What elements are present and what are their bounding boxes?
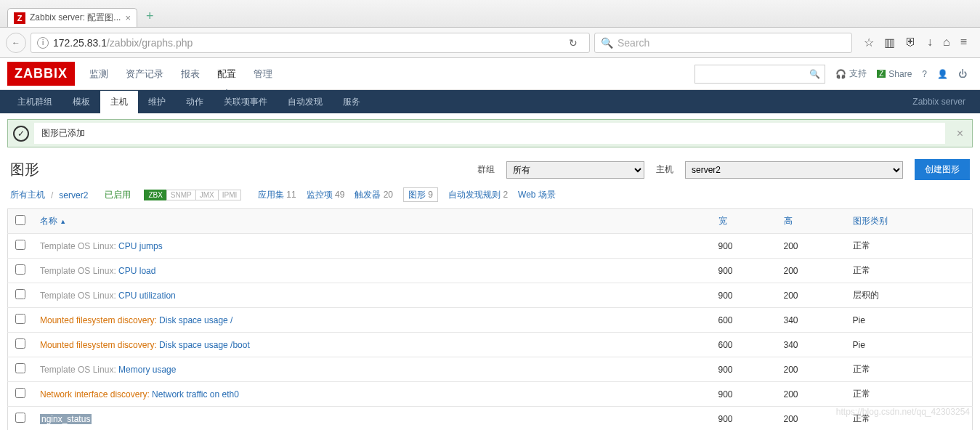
browser-search[interactable]: 🔍 Search [594, 33, 852, 53]
filter-link[interactable]: 应用集 [258, 190, 284, 200]
select-all-checkbox[interactable] [15, 215, 25, 225]
info-icon[interactable]: i [37, 37, 49, 49]
zabbix-search-input[interactable]: 🔍 [694, 65, 825, 84]
filter-link[interactable]: 触发器 [355, 190, 381, 200]
downloads-icon[interactable]: ↓ [927, 36, 933, 49]
row-checkbox[interactable] [15, 240, 25, 250]
server-name: Zabbix server [912, 97, 973, 107]
subnav-1[interactable]: 模板 [62, 91, 100, 113]
table-row: Network interface discovery: Network tra… [8, 382, 973, 407]
graph-link[interactable]: Disk space usage /boot [159, 340, 250, 350]
back-button[interactable]: ← [6, 33, 26, 53]
subnav-2[interactable]: 主机 [100, 91, 138, 113]
table-row: Template OS Linux: CPU load900200正常 [8, 259, 973, 283]
col-height[interactable]: 高 [777, 209, 846, 234]
close-icon[interactable]: × [125, 12, 131, 23]
new-tab-button[interactable]: + [140, 6, 160, 27]
row-checkbox[interactable] [15, 363, 25, 373]
host-link[interactable]: server2 [59, 190, 88, 200]
subnav-6[interactable]: 自动发现 [278, 91, 333, 113]
check-icon: ✓ [8, 125, 34, 142]
row-checkbox[interactable] [15, 314, 25, 324]
row-checkbox[interactable] [15, 338, 25, 349]
subnav-4[interactable]: 动作 [176, 91, 214, 113]
nav-0[interactable]: 监测 [82, 63, 116, 85]
badge-snmp: SNMP [166, 190, 196, 200]
subnav-0[interactable]: 主机群组 [7, 91, 62, 113]
table-row: Template OS Linux: Memory usage900200正常 [8, 357, 973, 382]
row-checkbox[interactable] [15, 289, 25, 299]
browser-tab[interactable]: Z Zabbix server: 配置图... × [7, 8, 137, 27]
graph-link[interactable]: CPU load [118, 266, 155, 276]
enabled-status: 已启用 [105, 189, 131, 201]
search-icon: 🔍 [809, 69, 820, 79]
badge-zbx: ZBX [144, 190, 166, 200]
table-row: Mounted filesystem discovery: Disk space… [8, 333, 973, 357]
nav-2[interactable]: 报表 [174, 63, 207, 85]
graph-link[interactable]: CPU jumps [118, 241, 163, 251]
badge-ipmi: IPMI [218, 190, 242, 200]
filter-link[interactable]: Web 场景 [518, 190, 556, 200]
address-bar[interactable]: i 172.25.83.1/zabbix/graphs.php ↻ [31, 33, 590, 53]
nav-3[interactable]: 配置 [210, 63, 243, 85]
page-header: 图形 群组 所有 主机 server2 创建图形 [0, 153, 980, 184]
support-link[interactable]: 🎧 支持 [835, 68, 867, 80]
col-width[interactable]: 宽 [711, 209, 777, 234]
reload-icon[interactable]: ↻ [569, 37, 578, 49]
graph-link[interactable]: Disk space usage / [159, 315, 232, 325]
table-row: Template OS Linux: CPU utilization900200… [8, 283, 973, 308]
help-icon[interactable]: ? [922, 69, 927, 79]
tab-title: Zabbix server: 配置图... [30, 12, 121, 24]
browser-actions: ☆ ▥ ⛨ ↓ ⌂ ≡ [857, 36, 974, 49]
share-link[interactable]: ZShare [877, 69, 912, 79]
row-checkbox[interactable] [15, 413, 25, 423]
success-message: ✓ 图形已添加 × [7, 119, 973, 147]
url-host: 172.25.83.1 [53, 37, 107, 49]
subnav-3[interactable]: 维护 [138, 91, 176, 113]
row-checkbox[interactable] [15, 388, 25, 398]
filter-link[interactable]: 自动发现规则 [448, 190, 501, 200]
favicon: Z [14, 12, 25, 24]
filter-link[interactable]: 图形 [408, 190, 426, 200]
power-icon[interactable]: ⏻ [958, 69, 967, 79]
message-text: 图形已添加 [41, 128, 85, 138]
graph-link[interactable]: nginx_status [40, 414, 92, 424]
subnav-5[interactable]: 关联项事件 [214, 91, 278, 113]
pocket-icon[interactable]: ⛨ [905, 36, 917, 49]
zabbix-header: ZABBIX 监测资产记录报表配置管理 🔍 🎧 支持 ZShare ? 👤 ⏻ [0, 58, 980, 90]
library-icon[interactable]: ▥ [884, 36, 895, 49]
subnav-7[interactable]: 服务 [333, 91, 370, 113]
url-path: /zabbix/graphs.php [107, 37, 193, 49]
group-label: 群组 [477, 163, 495, 176]
graphs-table: 名称 ▲ 宽 高 图形类别 Template OS Linux: CPU jum… [7, 208, 973, 430]
home-icon[interactable]: ⌂ [943, 36, 950, 49]
host-label: 主机 [656, 163, 673, 176]
user-icon[interactable]: 👤 [937, 69, 948, 79]
table-row: Mounted filesystem discovery: Disk space… [8, 308, 973, 333]
all-hosts-link[interactable]: 所有主机 [10, 189, 45, 201]
graph-link[interactable]: Network traffic on eth0 [152, 389, 239, 399]
table-row: nginx_status900200正常 [8, 407, 973, 431]
menu-icon[interactable]: ≡ [960, 36, 967, 49]
col-name[interactable]: 名称 ▲ [33, 209, 711, 234]
nav-4[interactable]: 管理 [246, 63, 280, 85]
close-icon[interactable]: × [948, 127, 972, 140]
main-nav: 监测资产记录报表配置管理 [82, 63, 280, 85]
zabbix-logo[interactable]: ZABBIX [7, 62, 75, 86]
nav-1[interactable]: 资产记录 [118, 63, 171, 85]
group-select[interactable]: 所有 [506, 161, 644, 179]
graph-link[interactable]: Memory usage [118, 365, 176, 375]
host-select[interactable]: server2 [685, 161, 903, 179]
table-row: Template OS Linux: CPU jumps900200正常 [8, 234, 973, 259]
page-title: 图形 [10, 160, 39, 179]
filter-link[interactable]: 监控项 [307, 190, 333, 200]
bookmark-icon[interactable]: ☆ [864, 36, 874, 49]
graph-link[interactable]: CPU utilization [118, 291, 176, 301]
create-graph-button[interactable]: 创建图形 [915, 159, 970, 180]
sub-nav: 主机群组模板主机维护动作关联项事件自动发现服务 Zabbix server [0, 90, 980, 113]
col-type[interactable]: 图形类别 [846, 209, 973, 234]
browser-tab-strip: Z Zabbix server: 配置图... × + [0, 0, 980, 28]
row-checkbox[interactable] [15, 264, 25, 275]
search-placeholder: Search [617, 37, 649, 49]
badge-jmx: JMX [195, 190, 219, 200]
